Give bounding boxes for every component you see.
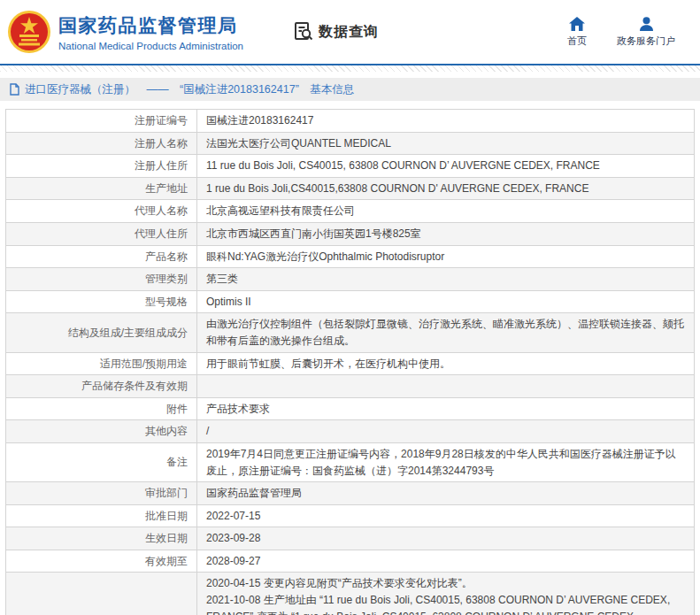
row-label: 备注: [6, 442, 197, 481]
table-row: 变更情况2020-04-15 变更内容见附页“产品技术要求变化对比表”。2021…: [6, 573, 695, 615]
table-row: 注册证编号国械注进20183162417: [6, 110, 695, 133]
registration-info-section: 注册证编号国械注进20183162417注册人名称法国光太医疗公司QUANTEL…: [5, 109, 695, 615]
nav-home-label: 首页: [567, 35, 587, 48]
row-label: 结构及组成/主要组成成分: [6, 313, 197, 352]
row-label: 批准日期: [6, 504, 197, 527]
table-row: 适用范围/预期用途用于眼前节虹膜、后囊切开术，在医疗机构中使用。: [6, 352, 695, 375]
row-value: 2019年7月4日同意更正注册证编号内容，2018年9月28日核发的中华人民共和…: [197, 442, 695, 481]
info-table-body: 注册证编号国械注进20183162417注册人名称法国光太医疗公司QUANTEL…: [6, 110, 695, 615]
table-row: 产品储存条件及有效期: [6, 375, 695, 398]
row-label: 附件: [6, 397, 197, 420]
data-query-label: 数据查询: [319, 23, 379, 42]
row-label: 注册人名称: [6, 132, 197, 155]
change-record-line: 2021-10-08 生产地址由 “11 rue du Bois Joli, C…: [206, 592, 685, 615]
row-value: 产品技术要求: [197, 397, 695, 420]
row-label: 其他内容: [6, 420, 197, 443]
row-label: 型号规格: [6, 290, 197, 313]
page-header: 国家药品监督管理局 National Medical Products Admi…: [0, 0, 700, 64]
site-title-en: National Medical Products Administration: [58, 41, 243, 51]
table-row: 注册人名称法国光太医疗公司QUANTEL MEDICAL: [6, 132, 695, 155]
row-value: 由激光治疗仪控制组件（包括裂隙灯显微镜、治疗激光系统、瞄准激光系统）、温控联锁连…: [197, 313, 695, 352]
table-row: 附件产品技术要求: [6, 397, 695, 420]
table-row: 注册人住所11 rue du Bois Joli, CS40015, 63808…: [6, 155, 695, 178]
row-label: 审批部门: [6, 482, 197, 505]
national-emblem-icon: [7, 10, 51, 54]
table-row: 生效日期2023-09-28: [6, 527, 695, 550]
row-label: 产品名称: [6, 245, 197, 268]
home-icon: [569, 17, 585, 31]
page-icon: [9, 83, 20, 96]
nav-home[interactable]: 首页: [567, 17, 587, 48]
change-record-line: 2020-04-15 变更内容见附页“产品技术要求变化对比表”。: [206, 575, 685, 592]
row-value: 眼科Nd:YAG激光治疗仪Ophthalmic Photodisruptor: [197, 245, 695, 268]
table-row: 批准日期2022-07-15: [6, 504, 695, 527]
row-value: 第三类: [197, 268, 695, 291]
header-nav: 首页 政务服务门户: [567, 17, 675, 48]
row-value: 2022-07-15: [197, 504, 695, 527]
table-row: 其他内容/: [6, 420, 695, 443]
row-label: 生产地址: [6, 177, 197, 200]
table-row: 产品名称眼科Nd:YAG激光治疗仪Ophthalmic Photodisrupt…: [6, 245, 695, 268]
table-row: 有效期至2028-09-27: [6, 550, 695, 573]
data-query-tab[interactable]: 数据查询: [292, 20, 379, 43]
row-value: 用于眼前节虹膜、后囊切开术，在医疗机构中使用。: [197, 352, 695, 375]
site-title-cn: 国家药品监督管理局: [58, 13, 243, 38]
row-label: 变更情况: [6, 573, 197, 615]
breadcrumb-text: 进口医疗器械（注册） —— “国械注进20183162417” 基本信息: [25, 82, 354, 97]
row-value: 北京高视远望科技有限责任公司: [197, 200, 695, 223]
row-value: 2023-09-28: [197, 527, 695, 550]
row-label: 有效期至: [6, 550, 197, 573]
row-value: 国械注进20183162417: [197, 110, 695, 133]
table-row: 结构及组成/主要组成成分由激光治疗仪控制组件（包括裂隙灯显微镜、治疗激光系统、瞄…: [6, 313, 695, 352]
row-value: 2028-09-27: [197, 550, 695, 573]
table-row: 代理人住所北京市西城区西直门南小街国英园1号楼825室: [6, 222, 695, 245]
breadcrumb: 进口医疗器械（注册） —— “国械注进20183162417” 基本信息: [0, 78, 700, 101]
row-label: 管理类别: [6, 268, 197, 291]
nmpa-logo: 国家药品监督管理局 National Medical Products Admi…: [7, 10, 243, 54]
hatch-decoration: [0, 65, 700, 72]
row-value: 北京市西城区西直门南小街国英园1号楼825室: [197, 222, 695, 245]
user-icon: [639, 17, 654, 31]
row-label: 代理人名称: [6, 200, 197, 223]
registration-info-table: 注册证编号国械注进20183162417注册人名称法国光太医疗公司QUANTEL…: [5, 109, 695, 615]
row-value: [197, 375, 695, 398]
row-label: 产品储存条件及有效期: [6, 375, 197, 398]
table-row: 备注2019年7月4日同意更正注册证编号内容，2018年9月28日核发的中华人民…: [6, 442, 695, 481]
nav-gov-service-portal[interactable]: 政务服务门户: [617, 17, 675, 48]
table-row: 型号规格Optimis II: [6, 290, 695, 313]
nav-gov-service-label: 政务服务门户: [617, 35, 675, 48]
row-value: Optimis II: [197, 290, 695, 313]
row-value: 2020-04-15 变更内容见附页“产品技术要求变化对比表”。2021-10-…: [197, 573, 695, 615]
row-value: 11 rue du Bois Joli, CS40015, 63808 COUR…: [197, 155, 695, 178]
table-row: 代理人名称北京高视远望科技有限责任公司: [6, 200, 695, 223]
row-value: 法国光太医疗公司QUANTEL MEDICAL: [197, 132, 695, 155]
table-row: 审批部门国家药品监督管理局: [6, 482, 695, 505]
table-row: 管理类别第三类: [6, 268, 695, 291]
row-label: 适用范围/预期用途: [6, 352, 197, 375]
row-label: 注册证编号: [6, 110, 197, 133]
row-value: /: [197, 420, 695, 443]
row-value: 1 rue du Bois Joli,CS40015,63808 COURNON…: [197, 177, 695, 200]
table-row: 生产地址1 rue du Bois Joli,CS40015,63808 COU…: [6, 177, 695, 200]
doc-search-icon: [292, 20, 315, 43]
row-value: 国家药品监督管理局: [197, 482, 695, 505]
row-label: 生效日期: [6, 527, 197, 550]
row-label: 注册人住所: [6, 155, 197, 178]
row-label: 代理人住所: [6, 222, 197, 245]
